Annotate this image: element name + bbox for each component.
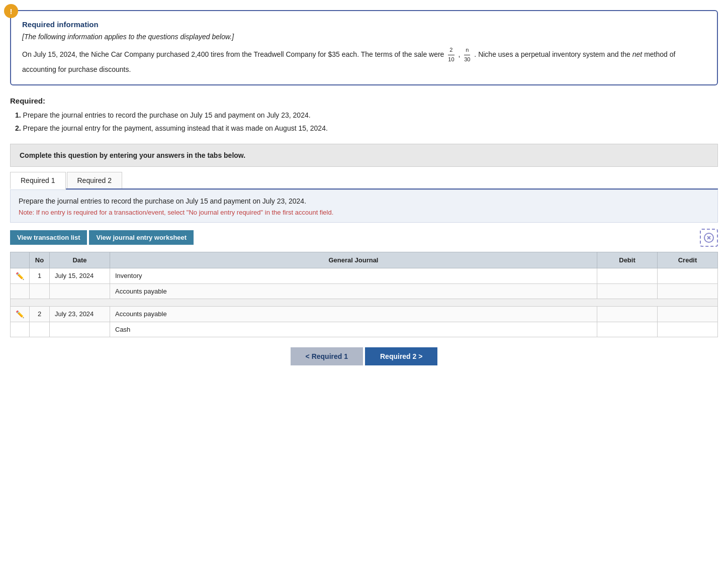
prev-label: Required 1 (312, 352, 348, 360)
edit-cell-1[interactable]: ✏️ (11, 268, 30, 283)
date-cell-4 (50, 322, 110, 337)
tab-required1[interactable]: Required 1 (10, 172, 66, 189)
help-icon[interactable] (700, 229, 718, 247)
table-body: ✏️ 1 July 15, 2024 Inventory Accounts pa… (11, 268, 718, 337)
required-item-2: 2. Prepare the journal entry for the pay… (15, 123, 718, 134)
view-journal-worksheet-button[interactable]: View journal entry worksheet (89, 230, 194, 245)
col-credit-header: Credit (658, 252, 718, 268)
separator-cell (11, 299, 718, 306)
edit-icon-2[interactable]: ✏️ (16, 310, 24, 318)
col-no-header: No (30, 252, 50, 268)
fraction2: n 30 (464, 46, 470, 64)
required-label: Required: (10, 97, 718, 105)
date-cell-2 (50, 283, 110, 299)
action-row: View transaction list View journal entry… (10, 229, 718, 247)
edit-cell-4 (11, 322, 30, 337)
action-buttons: View transaction list View journal entry… (10, 230, 194, 245)
next-button[interactable]: Required 2 > (365, 347, 437, 365)
prev-button[interactable]: < Required 1 (291, 347, 363, 365)
info-icon: ! (4, 4, 18, 18)
info-body-text1: On July 15, 2024, the Niche Car Company … (22, 50, 444, 58)
edit-cell-2 (11, 283, 30, 299)
credit-cell-4[interactable] (658, 322, 718, 337)
account-cell-inventory[interactable]: Inventory (110, 268, 597, 283)
info-title: Required information (22, 20, 706, 29)
info-body: On July 15, 2024, the Niche Car Company … (22, 46, 706, 75)
separator1: , (458, 50, 460, 58)
no-cell-3: 2 (30, 306, 50, 322)
col-debit-header: Debit (597, 252, 658, 268)
tab-required2[interactable]: Required 2 (67, 172, 123, 188)
instruction-note: Note: If no entry is required for a tran… (19, 209, 709, 216)
info-italic: [The following information applies to th… (22, 33, 706, 41)
account-cell-cash[interactable]: Cash (110, 322, 597, 337)
account-cell-ap1[interactable]: Accounts payable (110, 283, 597, 299)
req1-text: Prepare the journal entries to record th… (23, 111, 311, 119)
col-edit-header (11, 252, 30, 268)
req1-number: 1. (15, 111, 21, 119)
edit-icon-1[interactable]: ✏️ (16, 272, 24, 280)
credit-cell-1[interactable] (658, 268, 718, 283)
credit-cell-2[interactable] (658, 283, 718, 299)
req2-text: Prepare the journal entry for the paymen… (23, 124, 328, 132)
instruction-box: Prepare the journal entries to record th… (10, 189, 718, 223)
no-cell-2 (30, 283, 50, 299)
date-cell-3: July 23, 2024 (50, 306, 110, 322)
next-arrow: > (418, 352, 422, 360)
col-date-header: Date (50, 252, 110, 268)
col-journal-header: General Journal (110, 252, 597, 268)
date-cell-1: July 15, 2024 (50, 268, 110, 283)
instruction-main: Prepare the journal entries to record th… (19, 196, 709, 207)
debit-cell-2[interactable] (597, 283, 658, 299)
edit-cell-3[interactable]: ✏️ (11, 306, 30, 322)
credit-cell-3[interactable] (658, 306, 718, 322)
complete-box: Complete this question by entering your … (10, 144, 718, 167)
complete-text: Complete this question by entering your … (20, 151, 245, 159)
view-transaction-list-button[interactable]: View transaction list (10, 230, 87, 245)
next-label: Required 2 (380, 352, 416, 360)
req2-number: 2. (15, 124, 21, 132)
info-body-text2: . Niche uses a perpetual inventory syste… (474, 50, 630, 58)
separator-row (11, 299, 718, 306)
bottom-nav: < Required 1 Required 2 > (10, 347, 718, 365)
debit-cell-4[interactable] (597, 322, 658, 337)
prev-arrow: < (306, 352, 312, 360)
fraction1: 2 10 (448, 46, 454, 64)
table-header-row: No Date General Journal Debit Credit (11, 252, 718, 268)
tabs-container: Required 1 Required 2 (10, 172, 718, 189)
account-cell-ap2[interactable]: Accounts payable (110, 306, 597, 322)
required-section: Required: 1. Prepare the journal entries… (10, 97, 718, 134)
info-box: ! Required information [The following in… (10, 10, 718, 85)
table-row: ✏️ 1 July 15, 2024 Inventory (11, 268, 718, 283)
table-row: Accounts payable (11, 283, 718, 299)
info-italic-word: net (632, 50, 642, 58)
required-item-1: 1. Prepare the journal entries to record… (15, 110, 718, 121)
debit-cell-1[interactable] (597, 268, 658, 283)
debit-cell-3[interactable] (597, 306, 658, 322)
no-cell-1: 1 (30, 268, 50, 283)
no-cell-4 (30, 322, 50, 337)
required-list: 1. Prepare the journal entries to record… (10, 110, 718, 134)
table-row: Cash (11, 322, 718, 337)
table-row: ✏️ 2 July 23, 2024 Accounts payable (11, 306, 718, 322)
journal-table: No Date General Journal Debit Credit ✏️ … (10, 252, 718, 337)
